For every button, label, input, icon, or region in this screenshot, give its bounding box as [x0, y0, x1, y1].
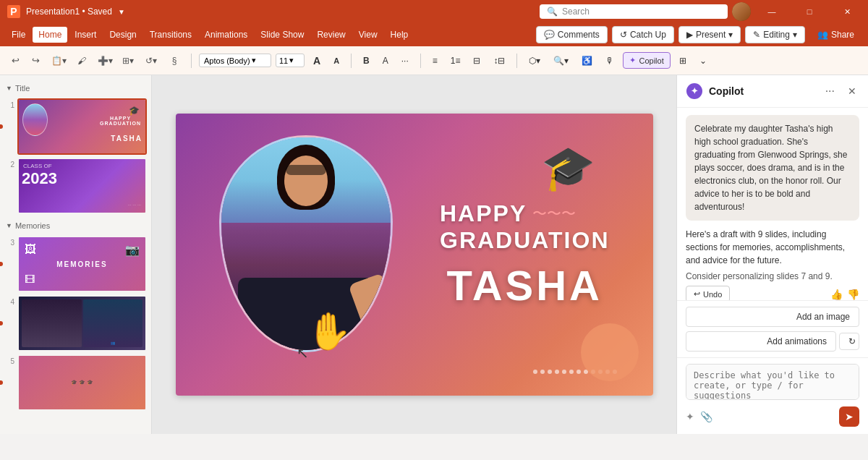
slide-1-preview: 🎓 HAPPYGRADUATION TASHA [19, 100, 145, 153]
wave-decoration: 〜〜〜 [532, 204, 576, 223]
copilot-btn-icon: ✦ [629, 56, 636, 65]
layout-button[interactable]: ⊞▾ [119, 51, 137, 70]
divider-1 [191, 54, 192, 68]
title-chevron[interactable]: ▼ [118, 8, 125, 16]
main-slide: 🎓 HAPPY 〜〜〜 GRADUATION TASHA 🤚 [176, 114, 653, 396]
copilot-actions: Add an image Add animations ↻ [677, 300, 868, 357]
font-color-button[interactable]: A [378, 54, 393, 67]
comments-button[interactable]: 💬 Comments [536, 26, 608, 43]
section-memories-label: Memories [15, 221, 50, 230]
bold-button[interactable]: B [359, 54, 374, 67]
increase-font-button[interactable]: A [309, 54, 325, 68]
menu-transitions[interactable]: Transitions [144, 27, 197, 43]
menu-insert[interactable]: Insert [69, 27, 102, 43]
slide-4-preview: 👥 [19, 297, 145, 350]
text-direction-button[interactable]: ↕⊟ [489, 54, 509, 67]
menu-view[interactable]: View [353, 27, 383, 43]
font-size-chevron: ▾ [289, 56, 294, 65]
avatar[interactable] [732, 2, 751, 21]
section-memories-chevron: ▼ [6, 222, 12, 229]
section-title[interactable]: ▼ Title [4, 81, 147, 95]
slide-5-thumb[interactable]: 5 🎓 🎓 🎓 [4, 354, 147, 411]
slide-4-thumb[interactable]: 4 👥 [4, 295, 147, 352]
close-button[interactable]: ✕ [830, 0, 864, 23]
paste-button[interactable]: 📋▾ [49, 51, 68, 70]
input-icons: ✦ 📎 [686, 411, 712, 422]
present-button[interactable]: ▶ Present ▾ [678, 26, 741, 43]
more-tools-button[interactable]: ⊞ [675, 54, 691, 67]
menu-review[interactable]: Review [311, 27, 351, 43]
dictate-button[interactable]: 🎙 [601, 54, 618, 67]
slide-panel: ▼ Title 1 🎓 HAPPYGRADUATION TASHA 2 [0, 75, 152, 434]
send-button[interactable]: ➤ [839, 406, 859, 427]
numbering-button[interactable]: 1≡ [446, 54, 465, 67]
copilot-input[interactable] [686, 364, 859, 400]
slide-4-num: 4 [4, 295, 14, 306]
refresh-button[interactable]: ↻ [839, 333, 859, 350]
slide-2-image[interactable]: CLASS OF 2023 ··· ··· ··· [17, 158, 147, 214]
add-image-button[interactable]: Add an image [686, 307, 859, 327]
add-animations-button[interactable]: Add animations [686, 331, 836, 352]
minimize-button[interactable]: — [755, 0, 788, 23]
accessibility-button[interactable]: ♿ [577, 54, 597, 67]
slide-2-thumb[interactable]: 2 CLASS OF 2023 ··· ··· ··· [4, 158, 147, 214]
slide-3-image[interactable]: 🖼 📷 MEMORIES 🎞 [17, 236, 147, 292]
search-bar[interactable]: 🔍 Search [540, 4, 728, 19]
menu-home[interactable]: Home [33, 27, 67, 43]
slide-5-image[interactable]: 🎓 🎓 🎓 [17, 354, 147, 411]
slide-1-image[interactable]: 🎓 HAPPYGRADUATION TASHA [17, 98, 147, 155]
undo-button[interactable]: ↩ [6, 51, 25, 70]
copilot-close-button[interactable]: ✕ [845, 84, 859, 98]
undo-button[interactable]: ↩ Undo [686, 286, 730, 300]
menu-slideshow[interactable]: Slide Show [255, 27, 310, 43]
font-size-select[interactable]: 11 ▾ [276, 54, 305, 67]
bullets-button[interactable]: ≡ [428, 54, 442, 67]
find-button[interactable]: 🔍▾ [549, 54, 573, 67]
copilot-response: Here's a draft with 9 slides, including … [686, 228, 859, 300]
sparkle-icon[interactable]: ✦ [686, 411, 694, 422]
section-button[interactable]: § [165, 51, 184, 70]
align-button[interactable]: ⊟ [469, 54, 485, 67]
editing-button[interactable]: ✎ Editing ▾ [745, 26, 805, 43]
font-select[interactable]: Aptos (Body) ▾ [199, 54, 271, 67]
decrease-font-button[interactable]: A [329, 55, 344, 67]
slide-2-preview: CLASS OF 2023 ··· ··· ··· [19, 159, 145, 213]
thumbs-up-button[interactable]: 👍 [830, 289, 843, 300]
menu-help[interactable]: Help [385, 27, 414, 43]
copilot-button[interactable]: ✦ Copilot [623, 52, 670, 69]
reset-button[interactable]: ↺▾ [142, 51, 161, 70]
catchup-button[interactable]: ↺ Catch Up [612, 26, 674, 43]
share-button[interactable]: 👥 Share [809, 26, 862, 43]
response-text: Here's a draft with 9 slides, including … [686, 228, 859, 267]
maximize-button[interactable]: □ [793, 0, 826, 23]
menu-file[interactable]: File [6, 27, 31, 43]
redo-button[interactable]: ↪ [26, 51, 45, 70]
new-slide-button[interactable]: ➕▾ [95, 51, 114, 70]
attach-icon[interactable]: 📎 [700, 411, 712, 422]
happy-text: HAPPY [440, 200, 527, 227]
slide-3-dot [0, 262, 3, 266]
thumbs-down-button[interactable]: 👎 [847, 289, 859, 300]
slide-5-num: 5 [4, 354, 14, 365]
shapes-button[interactable]: ⬡▾ [524, 54, 545, 67]
search-icon: 🔍 [547, 7, 558, 17]
format-painter-button[interactable]: 🖌 [72, 51, 91, 70]
copilot-more-button[interactable]: ··· [821, 83, 839, 99]
slide-main-area[interactable]: 🎓 HAPPY 〜〜〜 GRADUATION TASHA 🤚 [152, 75, 676, 434]
more-text-formats[interactable]: ··· [397, 54, 413, 67]
slide-4-image[interactable]: 👥 [17, 295, 147, 352]
expand-ribbon-button[interactable]: ⌄ [695, 54, 711, 67]
section-memories[interactable]: ▼ Memories [4, 218, 147, 233]
catchup-label: Catch Up [630, 30, 666, 40]
comments-icon: 💬 [544, 30, 555, 40]
section-title-label: Title [15, 84, 30, 93]
formatting-toolbar: ↩ ↪ 📋▾ 🖌 ➕▾ ⊞▾ ↺▾ § Aptos (Body) ▾ 11 ▾ … [0, 46, 868, 75]
menu-animations[interactable]: Animations [199, 27, 253, 43]
slide-1-thumb[interactable]: 1 🎓 HAPPYGRADUATION TASHA [4, 98, 147, 155]
copilot-logo-icon: ✦ [686, 82, 703, 100]
font-name: Aptos (Body) [204, 56, 250, 65]
slide-3-preview: 🖼 📷 MEMORIES 🎞 [19, 237, 145, 291]
font-select-chevron: ▾ [252, 56, 256, 65]
menu-design[interactable]: Design [103, 27, 142, 43]
slide-3-thumb[interactable]: 3 🖼 📷 MEMORIES 🎞 [4, 236, 147, 292]
